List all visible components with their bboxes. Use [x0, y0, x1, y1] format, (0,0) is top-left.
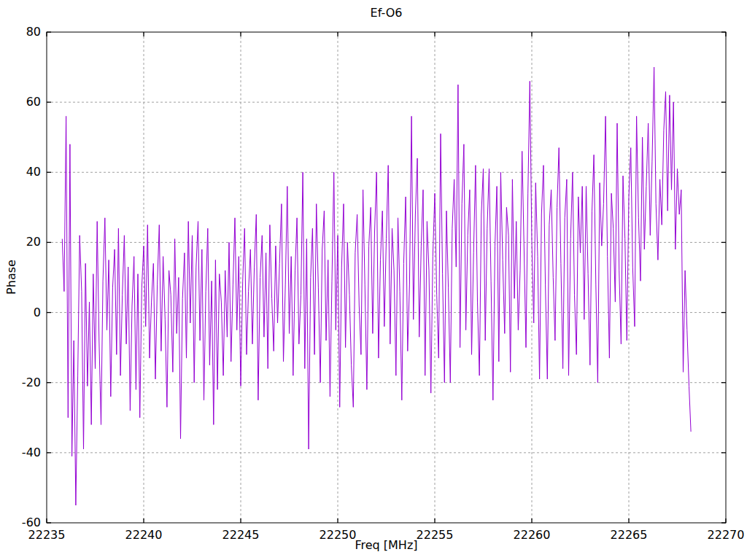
- x-tick-label: 22245: [212, 528, 270, 542]
- y-tick-label: -40: [0, 446, 41, 459]
- y-tick-label: -60: [0, 516, 41, 529]
- y-tick-label: 80: [0, 26, 41, 39]
- phase-chart: Ef-O6 Phase Freq [MHz] 22235222402224522…: [0, 0, 747, 560]
- x-tick-label: 22250: [309, 528, 367, 542]
- x-tick-label: 22265: [600, 528, 658, 542]
- y-tick-label: -20: [0, 376, 41, 389]
- x-tick-label: 22260: [503, 528, 561, 542]
- y-tick-label: 0: [0, 306, 41, 319]
- x-tick-label: 22270: [697, 528, 747, 542]
- x-tick-label: 22255: [406, 528, 464, 542]
- chart-title: Ef-O6: [47, 6, 726, 20]
- y-tick-label: 40: [0, 166, 41, 179]
- y-axis-title: Phase: [4, 260, 18, 295]
- x-tick-label: 22235: [18, 528, 76, 542]
- plot-canvas: [0, 0, 747, 560]
- x-tick-label: 22240: [115, 528, 173, 542]
- data-series-line: [62, 67, 691, 505]
- y-tick-label: 20: [0, 236, 41, 249]
- y-tick-label: 60: [0, 96, 41, 109]
